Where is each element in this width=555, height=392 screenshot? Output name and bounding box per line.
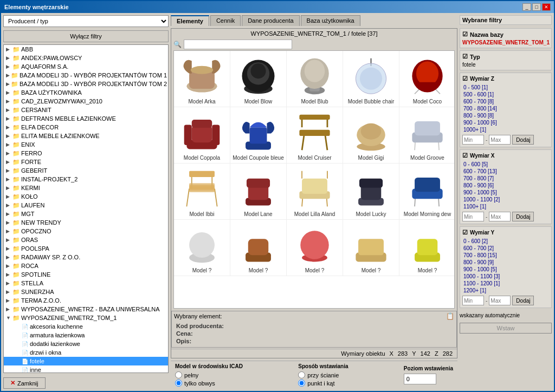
tree-item-ENIX[interactable]: ▶📁ENIX bbox=[4, 140, 168, 149]
model-cell-blub[interactable]: Model Blub bbox=[287, 51, 343, 107]
add-btn-filter-wymiarX[interactable]: Dodaj bbox=[512, 212, 534, 221]
filter-value-filter-wymiarY-5[interactable]: 1000 - 1100 [3] bbox=[462, 273, 549, 280]
tree-item-BAZA2[interactable]: ▶📁BAZA MODELI 3D - WYBÓR PROJEKTANTÓW TO… bbox=[4, 80, 168, 88]
radio-przysc[interactable] bbox=[298, 371, 305, 378]
model-cell-row4b[interactable]: Model ? bbox=[230, 220, 287, 276]
tree-item-CERSANIT[interactable]: ▶📁CERSANIT bbox=[4, 106, 168, 114]
tree-item-POOLSPA[interactable]: ▶📁POOLSPA bbox=[4, 244, 168, 253]
filter-value-filter-wymiarZ-4[interactable]: 800 - 900 [8] bbox=[462, 112, 549, 119]
filter-value-filter-wymiarX-5[interactable]: 1000 - 1100 [2] bbox=[462, 196, 549, 203]
tree-item-DEFTRANS[interactable]: ▶📁DEFTRANS MEBLE ŁAZIENKOWE bbox=[4, 114, 168, 123]
max-input-filter-wymiarZ[interactable] bbox=[489, 135, 511, 145]
model-cell-lane[interactable]: Model Lane bbox=[230, 164, 287, 220]
tree-item-drzwi[interactable]: 📄drzwi i okna bbox=[4, 348, 168, 357]
tree-item-ABB[interactable]: ▶📁ABB bbox=[4, 45, 168, 54]
tree-item-armatura[interactable]: 📄armatura łazienkowa bbox=[4, 331, 168, 339]
poziom-input[interactable] bbox=[404, 374, 436, 384]
tree-item-GEBERIT[interactable]: ▶📁GEBERIT bbox=[4, 166, 168, 175]
tree-item-STELLA[interactable]: ▶📁STELLA bbox=[4, 279, 168, 288]
filter-value-filter-wymiarY-0[interactable]: 0 - 600 [2] bbox=[462, 238, 549, 245]
filter-value-filter-wymiarZ-3[interactable]: 700 - 800 [14] bbox=[462, 105, 549, 112]
tree-item-TERMA[interactable]: ▶📁TERMA Z.O.O. bbox=[4, 296, 168, 305]
filter-value-filter-wymiarY-3[interactable]: 800 - 900 [9] bbox=[462, 259, 549, 266]
tab-cennik[interactable]: Cennik bbox=[210, 15, 241, 26]
min-input-filter-wymiarY[interactable] bbox=[462, 296, 484, 305]
tree-item-NEWTRENDY[interactable]: ▶📁NEW TRENDY bbox=[4, 218, 168, 227]
filter-value-filter-wymiarY-4[interactable]: 900 - 1000 [5] bbox=[462, 266, 549, 273]
tab-elementy[interactable]: Elementy bbox=[171, 15, 209, 26]
producer-dropdown[interactable]: Producent / typ bbox=[3, 15, 169, 27]
tab-bazaUzytkownika[interactable]: Baza użytkownika bbox=[301, 15, 360, 26]
model-cell-row4a[interactable]: Model ? bbox=[174, 220, 230, 276]
filter-value-filter-wymiarY-6[interactable]: 1100 - 1200 [1] bbox=[462, 280, 549, 287]
close-button[interactable]: ✕ bbox=[542, 3, 551, 11]
tree-item-INSTAL[interactable]: ▶📁INSTAL-PROJEKT_2 bbox=[4, 175, 168, 184]
filter-toggle-button[interactable]: Wyłącz filtry bbox=[3, 30, 169, 42]
filter-value-filter-wymiarX-2[interactable]: 700 - 800 [7] bbox=[462, 175, 549, 182]
close-app-button[interactable]: ✕ Zamknij bbox=[3, 377, 46, 389]
model-cell-coupoleblee[interactable]: Model Coupole bleue bbox=[230, 107, 287, 164]
max-input-filter-wymiarY[interactable] bbox=[489, 296, 511, 305]
filter-value-filter-wymiarZ-1[interactable]: 500 - 600 [1] bbox=[462, 91, 549, 98]
model-cell-cruiser[interactable]: Model Cruiser bbox=[287, 107, 343, 164]
radio-pelny[interactable] bbox=[175, 371, 182, 378]
filter-value-filter-wymiarX-3[interactable]: 800 - 900 [6] bbox=[462, 182, 549, 189]
tree-item-ELITA[interactable]: ▶📁ELITA MEBLE ŁAZIENKOWE bbox=[4, 132, 168, 140]
radio-tylkoobwys[interactable] bbox=[175, 380, 182, 387]
minimize-button[interactable]: _ bbox=[522, 3, 531, 11]
model-cell-lucky[interactable]: Model Lucky bbox=[343, 164, 399, 220]
model-cell-morningdew[interactable]: Model Morning dew bbox=[399, 164, 455, 220]
tree-item-LAUFEN[interactable]: ▶📁LAUFEN bbox=[4, 201, 168, 210]
model-cell-row4d[interactable]: Model ? bbox=[343, 220, 399, 276]
restore-button[interactable]: □ bbox=[532, 3, 541, 11]
filter-value-filter-wymiarZ-6[interactable]: 1000+ [1] bbox=[462, 126, 549, 133]
tree-item-CAD[interactable]: ▶📁CAD_ZLEWOZMYWAKI_2010 bbox=[4, 97, 168, 106]
filter-value-filter-wymiarZ-5[interactable]: 900 - 1000 [6] bbox=[462, 119, 549, 126]
tree-item-fotele[interactable]: 📄fotele bbox=[4, 357, 168, 365]
min-input-filter-wymiarZ[interactable] bbox=[462, 135, 484, 145]
tree-item-OPOCZNO[interactable]: ▶📁OPOCZNO bbox=[4, 227, 168, 236]
tree-item-RADAWAY[interactable]: ▶📁RADAWAY SP. Z O.O. bbox=[4, 253, 168, 262]
tree-item-FORTE[interactable]: ▶📁FORTE bbox=[4, 158, 168, 166]
tree-item-ROCA[interactable]: ▶📁ROCA bbox=[4, 262, 168, 270]
model-cell-gigi[interactable]: Model Gigi bbox=[343, 107, 399, 164]
tab-daneProducenta[interactable]: Dane producenta bbox=[242, 15, 299, 26]
filter-value-filter-wymiarZ-2[interactable]: 600 - 700 [8] bbox=[462, 98, 549, 105]
filter-value-filter-wymiarX-6[interactable]: 1100+ [1] bbox=[462, 203, 549, 210]
tree-item-dodatki[interactable]: 📄dodatki łazienkowe bbox=[4, 339, 168, 348]
search-input[interactable] bbox=[184, 40, 292, 49]
radio-punktikat[interactable] bbox=[298, 380, 305, 387]
tree-item-AQUAFORM[interactable]: ▶📁AQUAFORM S.A. bbox=[4, 62, 168, 71]
tree-item-ANDEX-PAWŁOWSCY[interactable]: ▶📁ANDEX:PAWŁOWSCY bbox=[4, 54, 168, 62]
add-btn-filter-wymiarZ[interactable]: Dodaj bbox=[512, 135, 534, 145]
tree-item-MGT[interactable]: ▶📁MGT bbox=[4, 210, 168, 218]
model-cell-row4c[interactable]: Model ? bbox=[287, 220, 343, 276]
filter-value-filter-wymiarX-4[interactable]: 900 - 1000 [5] bbox=[462, 189, 549, 196]
add-btn-filter-wymiarY[interactable]: Dodaj bbox=[512, 296, 534, 305]
tree-item-WYPOSAZENIE_BAZAUNI[interactable]: ▶📁WYPOSAZENIE_WNETRZ - BAZA UNIWERSALNA bbox=[4, 305, 168, 313]
model-cell-coco[interactable]: Model Coco bbox=[399, 51, 455, 107]
tree-item-FERRO[interactable]: ▶📁FERRO bbox=[4, 149, 168, 158]
tree-item-BAZAUZYTKOWNIKA[interactable]: ▶📁BAZA UŻYTKOWNIKA bbox=[4, 88, 168, 97]
tree-item-KOLO[interactable]: ▶📁KOŁO bbox=[4, 192, 168, 201]
tree-item-ORAS[interactable]: ▶📁ORAS bbox=[4, 236, 168, 244]
model-cell-lillaaland[interactable]: Model Lilla Aland bbox=[287, 164, 343, 220]
filter-value-filter-wymiarZ-0[interactable]: 0 - 500 [1] bbox=[462, 84, 549, 91]
tree-item-SPOTLINE[interactable]: ▶📁SPOTLINE bbox=[4, 270, 168, 279]
max-input-filter-wymiarX[interactable] bbox=[489, 212, 511, 221]
model-cell-blow[interactable]: Model Blow bbox=[230, 51, 287, 107]
model-cell-groove[interactable]: Model Groove bbox=[399, 107, 455, 164]
filter-value-filter-wymiarX-0[interactable]: 0 - 600 [5] bbox=[462, 161, 549, 168]
tree-item-SUNERZHA[interactable]: ▶📁SUNERZHA bbox=[4, 288, 168, 296]
wstaw-button[interactable]: Wstaw bbox=[460, 323, 552, 334]
tree-item-ELFA[interactable]: ▶📁ELFA DECOR bbox=[4, 123, 168, 132]
filter-value-filter-wymiarY-1[interactable]: 600 - 700 [2] bbox=[462, 245, 549, 252]
model-cell-arka[interactable]: Model Arka bbox=[174, 51, 230, 107]
filter-value-filter-wymiarY-7[interactable]: 1200+ [1] bbox=[462, 287, 549, 294]
model-cell-bubblechair[interactable]: Model Bubble chair bbox=[343, 51, 399, 107]
tree-item-WYPOSAZENIE_TOM1[interactable]: ▼📁WYPOSAZENIE_WNETRZ_TOM_1 bbox=[4, 313, 168, 322]
model-cell-coppola[interactable]: Model Coppola bbox=[174, 107, 230, 164]
tree-item-KERMI[interactable]: ▶📁KERMI bbox=[4, 184, 168, 192]
filter-value-filter-wymiarY-2[interactable]: 700 - 800 [15] bbox=[462, 252, 549, 259]
model-cell-row4e[interactable]: Model ? bbox=[399, 220, 455, 276]
